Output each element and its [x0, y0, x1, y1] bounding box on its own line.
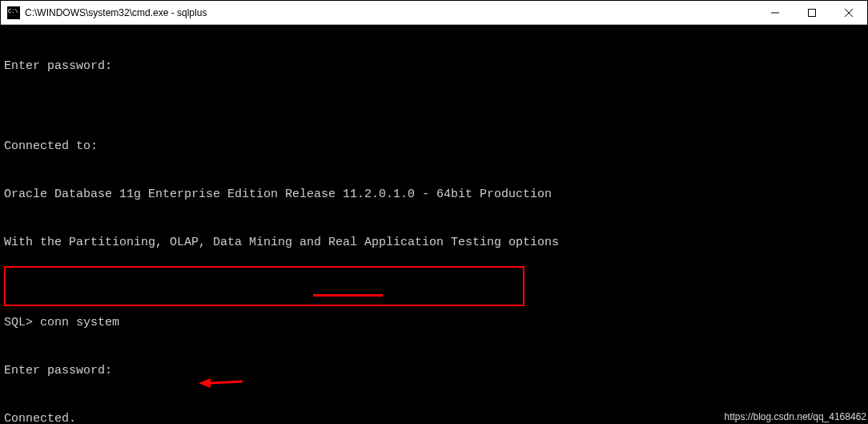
- terminal-line: Connected.: [4, 411, 864, 423]
- window-title: C:\WINDOWS\system32\cmd.exe - sqlplus: [25, 7, 757, 18]
- svg-marker-5: [199, 378, 211, 388]
- terminal-output[interactable]: Enter password: Connected to: Oracle Dat…: [1, 25, 867, 423]
- maximize-button[interactable]: [794, 1, 830, 24]
- terminal-line: Connected to:: [4, 139, 864, 155]
- minimize-button[interactable]: [757, 1, 794, 24]
- cmd-icon: [7, 6, 20, 19]
- terminal-line: Oracle Database 11g Enterprise Edition R…: [4, 187, 864, 203]
- annotation-underline: [313, 294, 383, 297]
- terminal-line: Enter password:: [4, 59, 864, 75]
- titlebar: C:\WINDOWS\system32\cmd.exe - sqlplus: [1, 1, 867, 25]
- svg-line-4: [208, 382, 243, 383]
- cmd-window: C:\WINDOWS\system32\cmd.exe - sqlplus En…: [0, 0, 868, 424]
- window-controls: [757, 1, 867, 24]
- terminal-line: Enter password:: [4, 363, 864, 379]
- svg-rect-1: [809, 9, 816, 16]
- annotation-highlight-box: [4, 266, 524, 306]
- close-button[interactable]: [830, 1, 867, 24]
- terminal-line: With the Partitioning, OLAP, Data Mining…: [4, 235, 864, 251]
- terminal-line: SQL> conn system: [4, 315, 864, 331]
